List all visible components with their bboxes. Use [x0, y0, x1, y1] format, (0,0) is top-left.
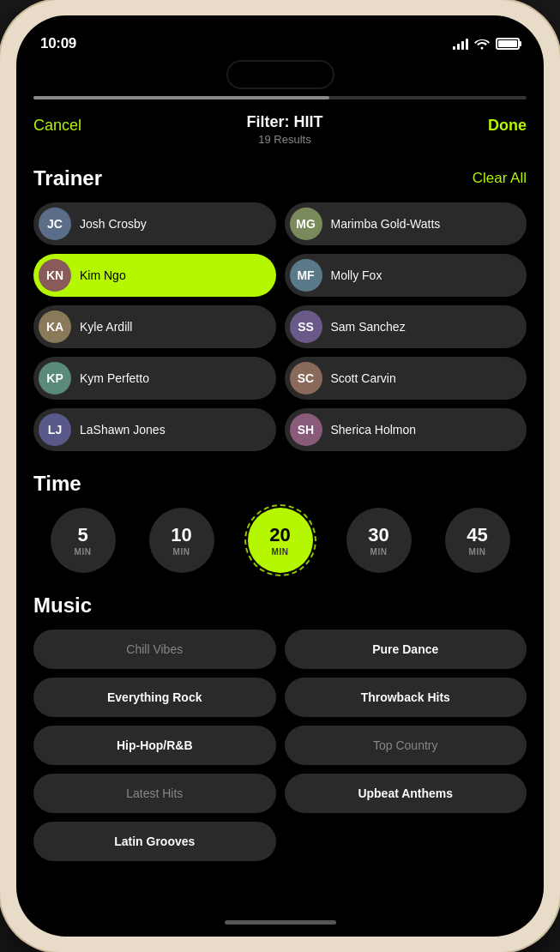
time-label-45min: MIN: [469, 547, 486, 557]
progress-bar: [33, 96, 527, 99]
status-icons: [453, 38, 520, 50]
trainer-pill-sam-sanchez[interactable]: SSSam Sanchez: [285, 305, 527, 348]
music-pill-throwback-hits[interactable]: Throwback Hits: [285, 678, 527, 717]
trainer-section-title: Trainer: [33, 166, 102, 190]
time-btn-5min[interactable]: 5MIN: [51, 508, 116, 573]
signal-icon: [453, 38, 468, 50]
nav-bar: Cancel Filter: HIIT 19 Results Done: [33, 113, 527, 146]
time-label-10min: MIN: [173, 547, 190, 557]
clear-all-button[interactable]: Clear All: [473, 170, 527, 187]
music-label-hip-hop-rnb: Hip-Hop/R&B: [117, 738, 193, 752]
time-label-5min: MIN: [75, 547, 92, 557]
trainer-avatar-lashawn-jones: LJ: [39, 413, 71, 446]
time-btn-20min[interactable]: 20MIN: [248, 508, 313, 573]
trainer-avatar-kym-perfetto: KP: [39, 362, 71, 395]
music-pill-upbeat-anthems[interactable]: Upbeat Anthems: [285, 774, 527, 813]
music-pill-top-country[interactable]: Top Country: [285, 726, 527, 765]
cancel-button[interactable]: Cancel: [33, 113, 81, 138]
music-pill-everything-rock[interactable]: Everything Rock: [33, 678, 276, 717]
music-grid: Chill VibesPure DanceEverything RockThro…: [33, 630, 527, 861]
trainer-pill-sherica-holmon[interactable]: SHSherica Holmon: [285, 408, 527, 451]
time-value-30min: 30: [368, 524, 388, 546]
music-pill-latest-hits[interactable]: Latest Hits: [33, 774, 276, 813]
time-btn-45min[interactable]: 45MIN: [445, 508, 510, 573]
status-bar: 10:09: [16, 15, 544, 60]
music-pill-hip-hop-rnb[interactable]: Hip-Hop/R&B: [33, 726, 276, 765]
trainer-name-scott-carvin: Scott Carvin: [331, 371, 396, 385]
wifi-icon: [474, 38, 490, 50]
trainer-section-header: Trainer Clear All: [33, 166, 527, 190]
music-pill-chill-vibes[interactable]: Chill Vibes: [33, 630, 276, 669]
trainer-pill-molly-fox[interactable]: MFMolly Fox: [285, 254, 527, 297]
time-label-30min: MIN: [370, 547, 388, 557]
music-label-latin-grooves: Latin Grooves: [114, 835, 195, 848]
music-label-throwback-hits: Throwback Hits: [361, 690, 450, 704]
trainer-pill-lashawn-jones[interactable]: LJLaShawn Jones: [33, 408, 276, 451]
nav-title-block: Filter: HIIT 19 Results: [247, 113, 323, 146]
trainer-avatar-josh-crosby: JC: [39, 208, 71, 240]
music-pill-latin-grooves[interactable]: Latin Grooves: [33, 822, 276, 861]
battery-icon: [496, 38, 520, 50]
trainer-pill-marimba-gold-watts[interactable]: MGMarimba Gold-Watts: [285, 202, 527, 245]
phone-screen: 10:09: [16, 15, 544, 937]
music-label-top-country: Top Country: [373, 738, 437, 752]
dynamic-island: [226, 60, 334, 89]
music-section-title: Music: [33, 593, 92, 618]
time-btn-10min[interactable]: 10MIN: [149, 508, 214, 573]
trainer-pill-kyle-ardill[interactable]: KAKyle Ardill: [33, 305, 276, 348]
music-label-everything-rock: Everything Rock: [107, 690, 202, 704]
status-time: 10:09: [40, 35, 76, 52]
trainer-avatar-kim-ngo: KN: [39, 259, 71, 292]
trainer-pill-josh-crosby[interactable]: JCJosh Crosby: [33, 202, 276, 245]
time-btn-30min[interactable]: 30MIN: [346, 508, 412, 573]
music-label-chill-vibes: Chill Vibes: [126, 642, 183, 656]
trainer-name-marimba-gold-watts: Marimba Gold-Watts: [331, 217, 441, 231]
home-indicator: [16, 907, 544, 937]
trainer-name-molly-fox: Molly Fox: [331, 268, 382, 282]
trainer-avatar-molly-fox: MF: [290, 259, 322, 292]
time-value-10min: 10: [171, 524, 191, 546]
trainer-avatar-sam-sanchez: SS: [290, 310, 322, 343]
music-section-header: Music: [33, 593, 527, 618]
phone-frame: 10:09: [0, 0, 560, 952]
time-section-title: Time: [33, 472, 81, 496]
trainer-avatar-kyle-ardill: KA: [39, 310, 71, 343]
progress-fill: [33, 96, 329, 99]
results-count: 19 Results: [247, 133, 323, 146]
music-label-pure-dance: Pure Dance: [372, 642, 438, 656]
time-label-20min: MIN: [272, 547, 289, 557]
trainer-name-kym-perfetto: Kym Perfetto: [80, 371, 149, 385]
time-section-header: Time: [33, 472, 527, 496]
music-label-upbeat-anthems: Upbeat Anthems: [358, 786, 453, 800]
time-value-5min: 5: [77, 524, 87, 546]
trainer-avatar-sherica-holmon: SH: [290, 413, 322, 446]
music-pill-pure-dance[interactable]: Pure Dance: [285, 630, 527, 669]
music-label-latest-hits: Latest Hits: [126, 786, 183, 800]
time-value-45min: 45: [467, 524, 487, 546]
trainer-name-kim-ngo: Kim Ngo: [80, 268, 126, 282]
trainer-pill-kim-ngo[interactable]: KNKim Ngo: [33, 254, 276, 297]
trainer-name-sam-sanchez: Sam Sanchez: [331, 320, 406, 334]
trainer-pill-scott-carvin[interactable]: SCScott Carvin: [285, 357, 527, 400]
trainer-name-josh-crosby: Josh Crosby: [80, 217, 147, 231]
trainer-name-lashawn-jones: LaShawn Jones: [80, 423, 166, 437]
main-content[interactable]: Cancel Filter: HIIT 19 Results Done Trai…: [16, 96, 544, 907]
trainer-avatar-marimba-gold-watts: MG: [290, 208, 322, 240]
filter-title: Filter: HIIT: [247, 113, 323, 131]
time-options: 5MIN10MIN20MIN30MIN45MIN: [33, 508, 527, 573]
trainer-pill-kym-perfetto[interactable]: KPKym Perfetto: [33, 357, 276, 400]
trainer-grid: JCJosh CrosbyMGMarimba Gold-WattsKNKim N…: [33, 202, 527, 451]
done-button[interactable]: Done: [488, 113, 527, 138]
home-bar: [225, 920, 336, 925]
time-value-20min: 20: [269, 524, 290, 546]
trainer-name-kyle-ardill: Kyle Ardill: [80, 320, 132, 334]
trainer-name-sherica-holmon: Sherica Holmon: [331, 423, 417, 437]
trainer-avatar-scott-carvin: SC: [290, 362, 322, 395]
